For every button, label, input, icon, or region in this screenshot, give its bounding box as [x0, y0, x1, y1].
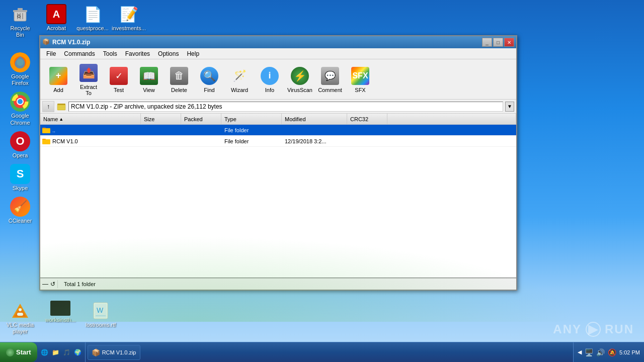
tool-view[interactable]: 📖 View [135, 63, 163, 96]
col-header-crc32[interactable]: CRC32 [347, 114, 387, 124]
sidebar-item-skype[interactable]: S Skype [4, 162, 36, 194]
archive-icon [56, 102, 66, 112]
desktop-icon-acrobat[interactable]: A Acrobat [40, 2, 72, 40]
clock-time: 5:02 PM [619, 349, 640, 355]
svg-rect-21 [42, 128, 46, 129]
status-text: Total 1 folder [60, 281, 100, 287]
status-icon-1[interactable]: — [42, 281, 48, 288]
folder-icon [42, 126, 50, 134]
tool-virusscan[interactable]: ⚡ VirusScan [286, 63, 314, 96]
investments-label: investments... [112, 25, 146, 32]
desktop-icon-worksinsth[interactable]: worksinsth... [44, 299, 76, 337]
desktop-icon-investments[interactable]: 📝 investments... [113, 2, 145, 40]
status-icon-2[interactable]: ↺ [50, 281, 55, 288]
address-bar: ↑ RCM V1.0.zip - ZIP archive, unpacked s… [40, 100, 516, 114]
window-title: RCM V1.0.zip [52, 39, 90, 46]
menu-favorites[interactable]: Favorites [121, 49, 154, 58]
up-button[interactable]: ↑ [42, 101, 54, 112]
sidebar-item-ccleaner[interactable]: 🧹 CCleaner [4, 195, 36, 226]
restore-button[interactable]: □ [493, 38, 503, 47]
tool-add[interactable]: + Add [44, 63, 72, 96]
start-orb [6, 348, 14, 356]
file-rest [387, 129, 516, 131]
tool-comment[interactable]: 💬 Comment [316, 63, 344, 96]
table-row[interactable]: .. File folder [40, 125, 516, 136]
svg-text:W: W [97, 306, 104, 314]
tool-test-label: Test [114, 87, 124, 93]
start-button[interactable]: Start [0, 342, 38, 362]
system-tray: ◀ 🖥️ 🔊 🔕 5:02 PM [573, 342, 644, 362]
empty-area [40, 147, 516, 278]
tray-arrow[interactable]: ◀ [578, 349, 582, 355]
svg-rect-20 [42, 128, 50, 133]
desktop-icon-questproce[interactable]: 📄 questproce... [76, 2, 109, 40]
tool-delete[interactable]: 🗑 Delete [165, 63, 193, 96]
tool-sfx[interactable]: SFX SFX [346, 63, 374, 96]
tool-wizard[interactable]: 🪄 Wizard [225, 63, 254, 96]
table-row[interactable]: RCM V1.0 File folder 12/19/2018 3:2... [40, 136, 516, 147]
col-header-size[interactable]: Size [141, 114, 181, 124]
tool-info[interactable]: i Info [256, 63, 284, 96]
menu-options[interactable]: Options [154, 49, 183, 58]
chrome-label: GoogleChrome [10, 113, 30, 126]
menu-tools[interactable]: Tools [99, 49, 121, 58]
file-crc32 [347, 140, 387, 142]
menu-help[interactable]: Help [183, 49, 203, 58]
file-size [141, 129, 181, 131]
tool-find[interactable]: 🔍 Find [195, 63, 223, 96]
sidebar-item-opera[interactable]: O Opera [4, 129, 36, 161]
svg-marker-24 [12, 304, 28, 318]
sidebar-item-chrome[interactable]: GoogleChrome [4, 89, 36, 128]
folder-quicklaunch[interactable]: 📁 [51, 347, 61, 357]
winrar-task-icon: 📦 [92, 348, 100, 356]
menu-bar: File Commands Tools Favorites Options He… [40, 48, 516, 59]
tray-network[interactable]: 🖥️ [585, 348, 593, 356]
col-header-name[interactable]: Name ▲ [40, 114, 141, 124]
watermark: ANY ▶ RUN [553, 322, 634, 337]
ccleaner-label: CCleaner [9, 218, 32, 224]
col-header-packed[interactable]: Packed [181, 114, 221, 124]
tool-extract-to[interactable]: 📤 Extract To [74, 60, 103, 99]
opera-label: Opera [13, 152, 28, 159]
minimize-button[interactable]: _ [482, 38, 492, 47]
address-dropdown[interactable]: ▼ [505, 102, 514, 112]
svg-rect-15 [57, 105, 65, 110]
svg-rect-28 [94, 303, 108, 319]
tool-extract-label: Extract To [77, 84, 100, 96]
ie2-quicklaunch[interactable]: 🌍 [73, 347, 83, 357]
address-field[interactable]: RCM V1.0.zip - ZIP archive, unpacked siz… [68, 102, 503, 112]
ie-quicklaunch[interactable]: 🌐 [40, 347, 50, 357]
file-packed [181, 140, 221, 142]
svg-rect-23 [42, 139, 46, 140]
desktop-icon-vlc[interactable]: VLC mediaplayer [4, 299, 36, 337]
col-header-type[interactable]: Type [221, 114, 282, 124]
menu-file[interactable]: File [42, 49, 60, 58]
col-header-modified[interactable]: Modified [282, 114, 347, 124]
file-type: File folder [221, 137, 282, 145]
taskbar-item-winrar[interactable]: 📦 RCM V1.0.zip [88, 345, 141, 360]
sidebar-item-firefox[interactable]: GoogleFirefox [4, 50, 36, 88]
worksinsth-label: worksinsth... [45, 317, 75, 323]
tool-find-label: Find [204, 87, 214, 93]
play-icon: ▶ [586, 322, 601, 337]
winrar-icon: 📦 [42, 38, 50, 46]
file-name: RCM V1.0 [52, 138, 78, 144]
file-type: File folder [221, 126, 282, 134]
questproce-label: questproce... [76, 25, 109, 32]
tool-view-label: View [143, 87, 155, 93]
desktop-icon-recycle-bin[interactable]: ♻ Recycle Bin [4, 2, 36, 40]
tray-flag[interactable]: 🔕 [608, 348, 616, 356]
tray-volume[interactable]: 🔊 [596, 348, 605, 356]
media-quicklaunch[interactable]: 🎵 [62, 347, 72, 357]
svg-point-7 [18, 99, 23, 104]
desktop-icon-lostrooms[interactable]: W lostrooms.rtf [85, 299, 117, 337]
recycle-bin-label: Recycle Bin [6, 25, 34, 38]
menu-commands[interactable]: Commands [60, 49, 99, 58]
svg-text:♻: ♻ [17, 14, 21, 19]
tool-sfx-label: SFX [355, 87, 365, 93]
svg-point-27 [19, 308, 22, 311]
tool-test[interactable]: ✓ Test [105, 63, 133, 96]
svg-marker-25 [14, 307, 26, 317]
close-button[interactable]: ✕ [504, 38, 514, 47]
taskbar: Start 🌐 📁 🎵 🌍 📦 RCM V1.0.zip ◀ 🖥️ 🔊 🔕 5:… [0, 342, 644, 362]
